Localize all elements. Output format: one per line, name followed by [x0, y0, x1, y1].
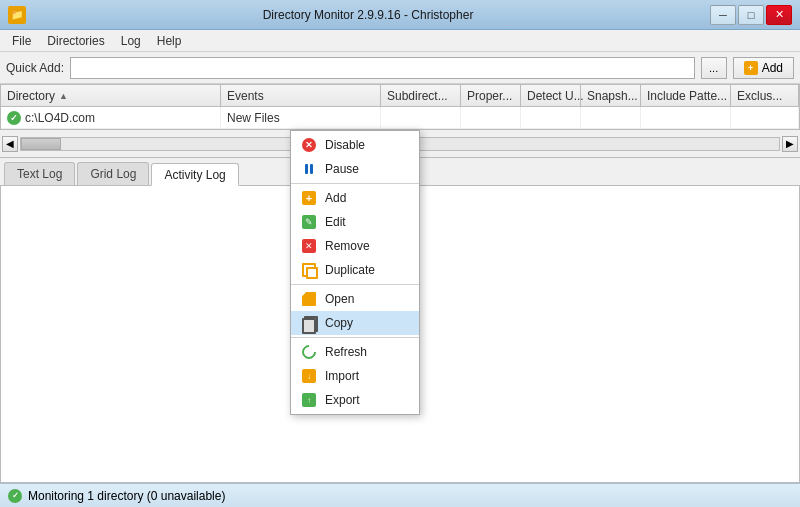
- td-detect: [521, 107, 581, 128]
- refresh-icon: [301, 344, 317, 360]
- td-events: New Files: [221, 107, 381, 128]
- duplicate-icon: [301, 262, 317, 278]
- scrollbar-thumb[interactable]: [21, 138, 61, 150]
- ctx-pause[interactable]: Pause: [291, 157, 419, 181]
- ctx-add[interactable]: + Add: [291, 186, 419, 210]
- td-exclude: [731, 107, 799, 128]
- scroll-right-button[interactable]: ▶: [782, 136, 798, 152]
- td-snapsh: [581, 107, 641, 128]
- ctx-separator-3: [291, 337, 419, 338]
- th-detect[interactable]: Detect U...: [521, 85, 581, 106]
- menu-help[interactable]: Help: [149, 32, 190, 50]
- menu-directories[interactable]: Directories: [39, 32, 112, 50]
- ctx-separator-1: [291, 183, 419, 184]
- tab-activity-log[interactable]: Activity Log: [151, 163, 238, 186]
- td-proper: [461, 107, 521, 128]
- th-directory[interactable]: Directory ▲: [1, 85, 221, 106]
- add-ctx-icon: +: [301, 190, 317, 206]
- close-button[interactable]: ✕: [766, 5, 792, 25]
- add-icon: +: [744, 61, 758, 75]
- context-menu: ✕ Disable Pause + Add ✎ Edit ✕ Remove: [290, 130, 420, 415]
- open-icon: [301, 291, 317, 307]
- copy-icon: [301, 315, 317, 331]
- th-exclude[interactable]: Exclus...: [731, 85, 799, 106]
- ctx-edit[interactable]: ✎ Edit: [291, 210, 419, 234]
- title-bar-text: Directory Monitor 2.9.9.16 - Christopher: [26, 8, 710, 22]
- th-include-pattern[interactable]: Include Patte...: [641, 85, 731, 106]
- table-header: Directory ▲ Events Subdirect... Proper..…: [1, 85, 799, 107]
- quick-add-label: Quick Add:: [6, 61, 64, 75]
- tab-text-log[interactable]: Text Log: [4, 162, 75, 185]
- status-bar-text: Monitoring 1 directory (0 unavailable): [28, 489, 225, 503]
- sort-arrow-icon: ▲: [59, 91, 68, 101]
- ctx-export[interactable]: ↑ Export: [291, 388, 419, 412]
- th-events[interactable]: Events: [221, 85, 381, 106]
- title-bar: 📁 Directory Monitor 2.9.9.16 - Christoph…: [0, 0, 800, 30]
- quick-add-input[interactable]: [70, 57, 695, 79]
- add-label: Add: [762, 61, 783, 75]
- app-icon: 📁: [8, 6, 26, 24]
- tab-grid-log[interactable]: Grid Log: [77, 162, 149, 185]
- menu-file[interactable]: File: [4, 32, 39, 50]
- import-icon: ↓: [301, 368, 317, 384]
- th-snapshot[interactable]: Snapsh...: [581, 85, 641, 106]
- menu-bar: File Directories Log Help: [0, 30, 800, 52]
- menu-log[interactable]: Log: [113, 32, 149, 50]
- pause-icon: [301, 161, 317, 177]
- status-active-icon: [7, 111, 21, 125]
- td-directory: c:\LO4D.com: [1, 107, 221, 128]
- ctx-open[interactable]: Open: [291, 287, 419, 311]
- status-bar: Monitoring 1 directory (0 unavailable): [0, 483, 800, 507]
- ctx-refresh[interactable]: Refresh: [291, 340, 419, 364]
- window-controls: ─ □ ✕: [710, 5, 792, 25]
- toolbar: Quick Add: ... + Add: [0, 52, 800, 84]
- browse-button[interactable]: ...: [701, 57, 727, 79]
- th-subdirectories[interactable]: Subdirect...: [381, 85, 461, 106]
- export-icon: ↑: [301, 392, 317, 408]
- minimize-button[interactable]: ─: [710, 5, 736, 25]
- td-subdirect: [381, 107, 461, 128]
- ctx-remove[interactable]: ✕ Remove: [291, 234, 419, 258]
- directory-table: Directory ▲ Events Subdirect... Proper..…: [0, 84, 800, 130]
- scroll-left-button[interactable]: ◀: [2, 136, 18, 152]
- ctx-import[interactable]: ↓ Import: [291, 364, 419, 388]
- remove-icon: ✕: [301, 238, 317, 254]
- disable-icon: ✕: [301, 137, 317, 153]
- ctx-disable[interactable]: ✕ Disable: [291, 133, 419, 157]
- table-row[interactable]: c:\LO4D.com New Files: [1, 107, 799, 129]
- td-include: [641, 107, 731, 128]
- edit-icon: ✎: [301, 214, 317, 230]
- ctx-copy[interactable]: Copy: [291, 311, 419, 335]
- maximize-button[interactable]: □: [738, 5, 764, 25]
- th-properties[interactable]: Proper...: [461, 85, 521, 106]
- add-button[interactable]: + Add: [733, 57, 794, 79]
- ctx-separator-2: [291, 284, 419, 285]
- status-bar-icon: [8, 489, 22, 503]
- ctx-duplicate[interactable]: Duplicate: [291, 258, 419, 282]
